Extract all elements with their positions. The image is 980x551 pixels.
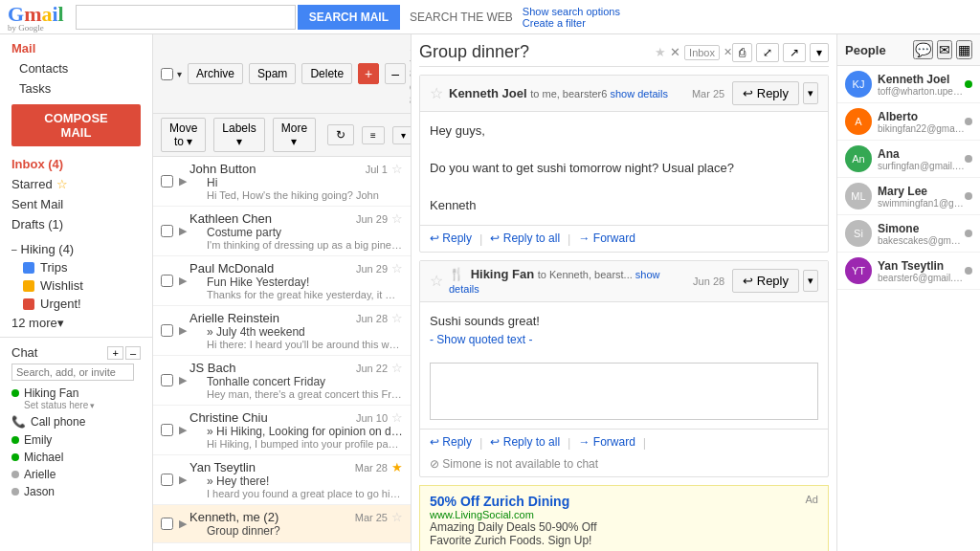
sidebar-item-more[interactable]: 12 more▾ xyxy=(0,313,152,333)
checkbox-dropdown[interactable]: ▾ xyxy=(177,69,182,79)
chat-person-michael[interactable]: Michael xyxy=(11,449,141,466)
reply-dropdown-1[interactable]: ▾ xyxy=(803,82,818,104)
star-icon[interactable]: ☆ xyxy=(391,311,403,325)
chat-person-arielle[interactable]: Arielle xyxy=(11,466,141,483)
email-checkbox[interactable] xyxy=(161,374,173,386)
chat-collapse-button[interactable]: – xyxy=(125,346,141,360)
sidebar-item-inbox[interactable]: Inbox (4) xyxy=(0,154,152,174)
person-row[interactable]: YT Yan Tseytlin bearster6@gmail.com xyxy=(837,253,980,290)
email-icon: ▶ xyxy=(179,225,187,237)
main-layout: Mail Contacts Tasks COMPOSE MAIL Inbox (… xyxy=(0,34,980,551)
people-mail-icon[interactable]: ✉ xyxy=(937,40,952,59)
close-inbox-icon[interactable]: ✕ xyxy=(724,46,732,58)
spam-button[interactable]: Spam xyxy=(249,63,296,84)
email-top-row: JS Bach Jun 22 ☆ xyxy=(189,361,403,375)
email-row[interactable]: ▶ JS Bach Jun 22 ☆ Tonhalle concert Frid… xyxy=(153,356,411,406)
reply-button-1[interactable]: ↩ Reply xyxy=(732,81,799,105)
email-row[interactable]: ▶ Arielle Reinstein Jun 28 ☆ » July 4th … xyxy=(153,306,411,356)
email-checkbox[interactable] xyxy=(161,474,173,486)
message1-star-button[interactable]: ☆ xyxy=(430,84,443,102)
person-row[interactable]: KJ Kenneth Joel toff@wharton.upenn.edu xyxy=(837,66,980,103)
sidebar-item-drafts[interactable]: Drafts (1) xyxy=(0,214,152,234)
people-chat-icon[interactable]: 💬 xyxy=(913,40,933,59)
delete-button[interactable]: Delete xyxy=(301,63,352,84)
star-icon[interactable]: ☆ xyxy=(391,261,403,276)
ad-title[interactable]: 50% Off Zurich Dining xyxy=(430,494,818,509)
sidebar-item-starred[interactable]: Starred ☆ xyxy=(0,174,152,194)
sidebar-item-hiking[interactable]: – Hiking (4) xyxy=(0,240,152,258)
show-quoted-link[interactable]: - Show quoted text - xyxy=(430,333,532,346)
archive-button[interactable]: Archive xyxy=(188,63,243,84)
list-view-button[interactable]: ≡ xyxy=(362,126,385,144)
chat-search-input[interactable] xyxy=(11,364,134,381)
email-row[interactable]: ▶ John Button Jul 1 ☆ Hi Hi Ted, How's t… xyxy=(153,157,411,207)
expand-button[interactable]: ⤢ xyxy=(756,43,779,62)
move-to-button[interactable]: Move to ▾ xyxy=(161,118,206,152)
star-icon[interactable]: ☆ xyxy=(391,410,403,425)
create-filter-link[interactable]: Create a filter xyxy=(523,17,620,29)
reply-link-2[interactable]: ↩ Reply xyxy=(430,435,472,449)
sidebar-item-sent[interactable]: Sent Mail xyxy=(0,194,152,214)
chat-add-button[interactable]: + xyxy=(107,346,122,360)
chat-person-emily[interactable]: Emily xyxy=(11,431,141,449)
labels-button[interactable]: Labels ▾ xyxy=(213,118,264,152)
more-actions-button[interactable]: More ▾ xyxy=(273,118,316,152)
email-row[interactable]: ▶ Kenneth, me (2) Mar 25 ☆ Group dinner? xyxy=(153,505,411,543)
person-row[interactable]: Si Simone bakescakes@gmail.com xyxy=(837,215,980,253)
email-checkbox[interactable] xyxy=(161,225,173,237)
email-checkbox[interactable] xyxy=(161,324,173,337)
show-details-link-1[interactable]: show details xyxy=(610,88,668,99)
person-row[interactable]: An Ana surfingfan@gmail.com xyxy=(837,141,980,178)
reply-link-1[interactable]: ↩ Reply xyxy=(430,231,472,245)
email-checkbox[interactable] xyxy=(161,275,173,287)
search-input[interactable] xyxy=(76,5,296,30)
print-button[interactable]: ⎙ xyxy=(732,43,752,62)
sidebar-item-wishlist[interactable]: Wishlist xyxy=(0,276,152,295)
minus-label-button[interactable]: – xyxy=(385,63,406,84)
chat-person-hiking-fan[interactable]: Hiking Fan Set status here ▾ xyxy=(11,385,141,412)
email-row[interactable]: ▶ Yan Tseytlin Mar 28 ★ » Hey there! I h… xyxy=(153,455,411,505)
reply-all-link-2[interactable]: ↩ Reply to all xyxy=(490,435,560,449)
sidebar-item-contacts[interactable]: Contacts xyxy=(0,58,152,78)
plus-label-button[interactable]: + xyxy=(358,63,379,84)
sidebar-item-tasks[interactable]: Tasks xyxy=(0,78,152,99)
star-icon[interactable]: ☆ xyxy=(391,162,403,176)
star-icon[interactable]: ☆ xyxy=(391,510,403,524)
refresh-button[interactable]: ↻ xyxy=(327,124,354,145)
more-view-button[interactable]: ▾ xyxy=(810,43,829,62)
compose-button[interactable]: COMPOSE MAIL xyxy=(11,104,141,146)
sidebar-item-urgent[interactable]: Urgent! xyxy=(0,295,152,313)
people-more-icon[interactable]: ▦ xyxy=(956,40,972,59)
star-icon[interactable]: ★ xyxy=(391,460,403,474)
reply-dropdown-2[interactable]: ▾ xyxy=(803,270,818,292)
select-all-checkbox[interactable] xyxy=(161,68,173,80)
message2-star-button[interactable]: ☆ xyxy=(430,272,443,290)
search-mail-button[interactable]: SEARCH MAIL xyxy=(298,5,400,30)
reply-textarea[interactable] xyxy=(430,363,818,420)
forward-link-2[interactable]: → Forward xyxy=(579,435,635,449)
show-options-link[interactable]: Show search options xyxy=(523,6,620,17)
person-row[interactable]: A Alberto bikingfan22@gmail.com xyxy=(837,103,980,141)
forward-link-1[interactable]: → Forward xyxy=(579,231,635,245)
email-row[interactable]: ▶ Kathleen Chen Jun 29 ☆ Costume party I… xyxy=(153,207,411,256)
reply-all-link-1[interactable]: ↩ Reply to all xyxy=(490,231,560,245)
email-checkbox[interactable] xyxy=(161,175,173,187)
chat-person-jason[interactable]: Jason xyxy=(11,483,141,500)
grid-view-button[interactable]: ▾ xyxy=(392,126,412,144)
email-row[interactable]: ▶ Paul McDonald Jun 29 ☆ Fun Hike Yester… xyxy=(153,256,411,306)
email-row[interactable]: ▶ Christine Chiu Jun 10 ☆ » Hi Hiking, L… xyxy=(153,406,411,455)
close-icon[interactable]: ✕ xyxy=(670,45,680,59)
jason-status xyxy=(11,488,19,496)
email-list: ▾ Archive Spam Delete + – 1 - 8 of 8 ‹ ›… xyxy=(153,34,412,551)
sidebar-item-mail[interactable]: Mail xyxy=(0,38,152,58)
call-phone-item[interactable]: 📞 Call phone xyxy=(11,412,141,431)
popup-button[interactable]: ↗ xyxy=(783,43,806,62)
star-icon[interactable]: ☆ xyxy=(391,361,403,375)
email-checkbox[interactable] xyxy=(161,424,173,436)
star-icon[interactable]: ☆ xyxy=(391,211,403,226)
sidebar-item-trips[interactable]: Trips xyxy=(0,258,152,276)
email-icon: ▶ xyxy=(179,424,187,436)
person-row[interactable]: ML Mary Lee swimmingfan1@gmail.c... xyxy=(837,178,980,215)
reply-button-2[interactable]: ↩ Reply xyxy=(732,269,799,293)
email-checkbox[interactable] xyxy=(161,518,173,530)
